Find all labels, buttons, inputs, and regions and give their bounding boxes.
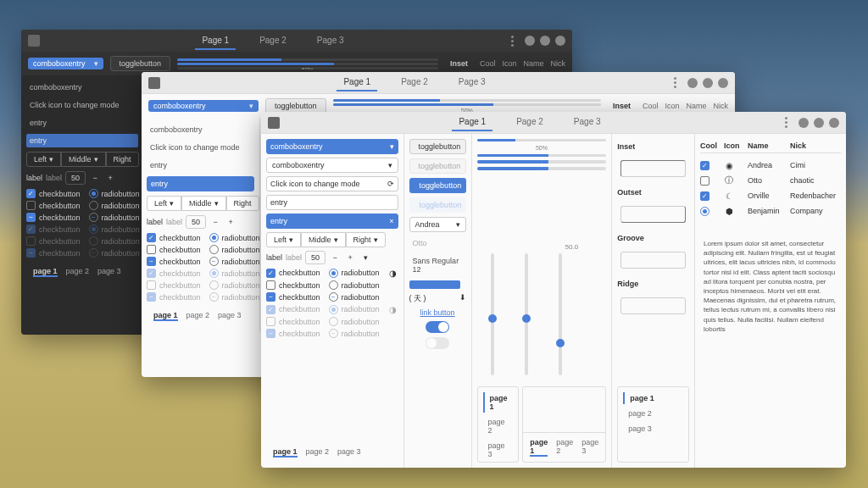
radiobutton[interactable]: radiobutton (89, 201, 140, 210)
page-tab-2[interactable]: page 2 (66, 267, 90, 277)
progress-bars: 50% (177, 58, 438, 69)
segment-control[interactable]: Left ▾ Middle ▾ Right ▾ (266, 232, 398, 247)
radiobutton[interactable]: radiobutton (329, 292, 380, 302)
menu-icon[interactable] (506, 35, 518, 47)
maximize-button[interactable] (540, 36, 550, 46)
radiobutton[interactable]: radiobutton (209, 245, 260, 254)
tab-page2[interactable]: Page 2 (253, 32, 293, 50)
minimize-button[interactable] (798, 118, 809, 128)
page-tab-2[interactable]: page 2 (306, 447, 330, 458)
combobox[interactable]: comboboxentry▾ (266, 158, 398, 173)
spin-control[interactable]: labellabel 50 − + (26, 171, 138, 185)
checkbutton[interactable]: ✓checkbutton (266, 268, 320, 278)
tab-page2[interactable]: Page 2 (509, 114, 550, 131)
table-row[interactable]: ✓◉AndreaCimi (700, 158, 841, 173)
inset-label: Inset (608, 102, 636, 110)
maximize-button[interactable] (703, 78, 713, 88)
page-tab-3[interactable]: page 3 (218, 311, 242, 321)
page-tab-1[interactable]: page 1 (153, 311, 178, 321)
radiobutton[interactable]: radiobutton (209, 233, 260, 242)
combobox-entry[interactable]: comboboxentry▾ (266, 139, 398, 154)
name-dropdown[interactable]: Andrea▾ (409, 217, 466, 232)
menu-icon[interactable] (669, 77, 681, 89)
tab-page2[interactable]: Page 2 (394, 74, 435, 92)
radiobutton[interactable]: radiobutton (89, 189, 140, 198)
close-button[interactable] (718, 78, 728, 88)
tab-page3[interactable]: Page 3 (452, 74, 492, 92)
tab-page3[interactable]: Page 3 (567, 114, 608, 131)
tab-page1[interactable]: Page 1 (195, 32, 236, 50)
download-icon[interactable]: ⬇ (459, 293, 466, 304)
entry-field[interactable]: entry (266, 195, 398, 210)
toggle-button[interactable]: togglebutton (409, 139, 466, 154)
page-tab-2[interactable]: page 2 (186, 311, 210, 321)
radiobutton[interactable]: radiobutton (329, 280, 380, 290)
checkbutton-disabled: ✓checkbutton (26, 225, 81, 234)
checkbutton[interactable]: checkbutton (147, 245, 201, 254)
increment-button[interactable]: + (104, 174, 116, 182)
titlebar: Page 1 Page 2 Page 3 (21, 30, 572, 52)
table-row[interactable]: ⬢BenjaminCompany (700, 203, 841, 219)
segment-control[interactable]: Left ▾ Middle ▾ Right (26, 152, 138, 167)
check-radio-grid: ✓checkbutton radiobutton checkbutton rad… (26, 189, 138, 258)
page-tab-3[interactable]: page 3 (483, 440, 514, 460)
page-tab-3[interactable]: page 3 (337, 447, 361, 458)
tab-page3[interactable]: Page 3 (310, 32, 351, 50)
page-tab-2[interactable]: page 2 (483, 416, 514, 436)
menu-icon[interactable] (780, 117, 792, 129)
entry-selected[interactable]: entry (147, 176, 254, 191)
font-button[interactable]: Sans Regular 12 (409, 254, 466, 276)
minimize-button[interactable] (525, 36, 535, 46)
checkbutton[interactable]: ✓checkbutton (147, 233, 201, 242)
icon-mode-entry[interactable]: Click icon to change mode⟳ (266, 176, 398, 191)
checkbutton-disabled: checkbutton (26, 248, 81, 258)
checkbutton[interactable]: checkbutton (26, 213, 81, 222)
vslider[interactable] (491, 253, 494, 375)
checkbutton[interactable]: ✓checkbutton (26, 189, 81, 198)
checkbutton[interactable]: checkbutton (266, 280, 320, 290)
vslider[interactable] (525, 253, 528, 375)
combobox-entry[interactable]: comboboxentry▾ (28, 58, 103, 69)
tab-page1[interactable]: Page 1 (452, 114, 492, 131)
slider-thumb[interactable] (542, 160, 548, 164)
entry-text[interactable]: entry (147, 158, 254, 172)
switch-on[interactable] (426, 321, 449, 333)
radiobutton[interactable]: radiobutton (89, 213, 140, 222)
toggle-button[interactable]: togglebutton (110, 56, 171, 71)
maximize-button[interactable] (814, 118, 824, 128)
people-table: ✓◉AndreaCimiⓘOttochaotic✓☾OrvilleRedenba… (700, 158, 841, 219)
titlebar: Page 1 Page 2 Page 3 (261, 112, 846, 134)
entry-clearable[interactable]: entry× (266, 214, 398, 229)
refresh-icon[interactable]: ⟳ (387, 180, 394, 188)
link-button[interactable]: link button (409, 308, 466, 317)
close-button[interactable] (829, 118, 839, 128)
table-row[interactable]: ⓘOttochaotic (700, 173, 841, 188)
decrement-button[interactable]: − (89, 174, 101, 182)
segment-control[interactable]: Left ▾ Middle ▾ Right (147, 196, 254, 211)
entry-text[interactable]: entry (26, 116, 138, 130)
tab-page1[interactable]: Page 1 (337, 74, 377, 92)
combobox-entry[interactable]: comboboxentry▾ (148, 100, 259, 112)
radiobutton[interactable]: radiobutton (329, 268, 380, 278)
radiobutton[interactable]: radiobutton (209, 257, 260, 266)
status-icon: ◑ (388, 304, 398, 314)
level-bar (409, 280, 460, 289)
slider-thumb[interactable] (542, 167, 548, 170)
page-tab-1[interactable]: page 1 (33, 267, 58, 277)
frame-ridge (620, 297, 686, 314)
minimize-button[interactable] (687, 78, 698, 88)
toggle-button-primary[interactable]: togglebutton (409, 178, 466, 193)
spin-control[interactable]: labellabel50−+▾ (266, 251, 398, 264)
vslider[interactable]: 50.0 (559, 253, 562, 375)
entry-selected[interactable]: entry (26, 134, 138, 147)
checkbutton[interactable]: checkbutton (266, 292, 320, 302)
checkbutton[interactable]: checkbutton (147, 257, 201, 266)
table-row[interactable]: ✓☾OrvilleRedenbacher (700, 188, 841, 203)
clear-icon[interactable]: × (389, 217, 393, 225)
close-button[interactable] (555, 36, 565, 46)
page-tab-1[interactable]: page 1 (483, 392, 514, 413)
checkbutton[interactable]: checkbutton (26, 201, 81, 210)
app-logo-icon (268, 117, 280, 129)
page-tab-3[interactable]: page 3 (97, 267, 121, 277)
page-tab-1[interactable]: page 1 (273, 447, 298, 458)
